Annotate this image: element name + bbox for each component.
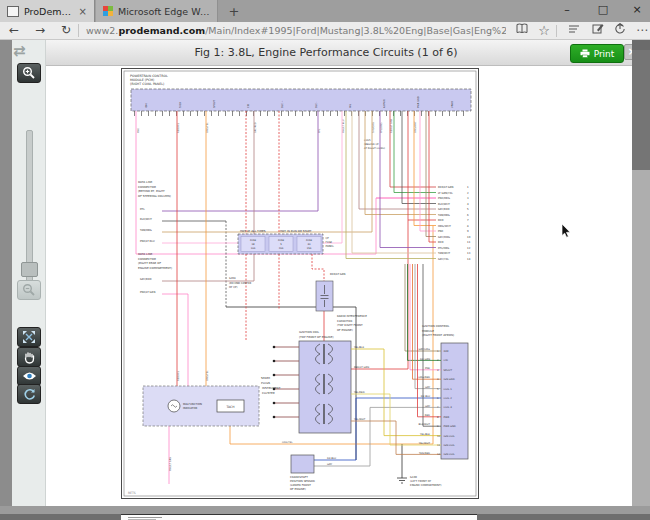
svg-text:6: 6: [467, 214, 469, 217]
svg-text:PNK/LT BLU: PNK/LT BLU: [140, 240, 155, 243]
url-domain: prodemand.com: [118, 25, 205, 36]
svg-text:GRY: GRY: [425, 405, 431, 408]
svg-text:SPOUT: SPOUT: [444, 369, 453, 372]
svg-text:FUSE: FUSE: [326, 241, 333, 244]
wires: [136, 111, 436, 484]
more-options-icon[interactable]: ⋯: [632, 23, 650, 39]
tab-edge-welcome[interactable]: Microsoft Edge Welcome: [96, 0, 218, 22]
svg-text:OF ENGINE): OF ENGINE): [337, 328, 353, 332]
svg-text:ORG/YEL: ORG/YEL: [206, 370, 209, 381]
print-button[interactable]: Print: [570, 44, 624, 63]
eye-icon: [22, 371, 37, 381]
svg-text:IGN COIL: IGN COIL: [444, 453, 456, 456]
svg-text:PNK: PNK: [425, 367, 430, 370]
zoom-out-button[interactable]: [17, 280, 41, 300]
svg-text:COIL 2: COIL 2: [444, 397, 453, 400]
svg-text:8: 8: [467, 225, 469, 228]
window-minimize-button[interactable]: –: [552, 0, 582, 22]
url-prefix: www2.: [86, 25, 118, 36]
svg-text:LT GRN/YEL: LT GRN/YEL: [438, 192, 453, 195]
svg-text:COIL 1: COIL 1: [444, 388, 453, 391]
svg-text:DK GRN: DK GRN: [420, 358, 430, 361]
svg-text:PLUGS: PLUGS: [261, 381, 270, 385]
microsoft-logo-icon: [103, 6, 113, 16]
tab-title: Microsoft Edge Welcome: [118, 6, 210, 17]
new-tab-button[interactable]: +: [224, 3, 244, 21]
svg-text:YEL/BLK: YEL/BLK: [420, 433, 430, 436]
svg-text:7: 7: [437, 406, 439, 409]
svg-text:RED: RED: [425, 414, 430, 417]
forward-button[interactable]: →: [30, 22, 50, 40]
page-scrollbar[interactable]: [632, 40, 650, 506]
svg-text:11: 11: [437, 444, 441, 447]
svg-text:(RIGHT REAR OF: (RIGHT REAR OF: [138, 261, 161, 265]
tab-close-icon[interactable]: ×: [79, 6, 87, 17]
share-icon[interactable]: [610, 23, 630, 39]
svg-text:OF STEERING COLUMN): OF STEERING COLUMN): [138, 194, 171, 198]
svg-text:GRY/RED: GRY/RED: [438, 208, 450, 211]
svg-text:TAN/RED: TAN/RED: [419, 452, 430, 455]
web-note-icon[interactable]: [588, 23, 608, 39]
zoom-in-button[interactable]: [17, 63, 41, 83]
svg-text:RED/LT GRN: RED/LT GRN: [390, 118, 393, 133]
page-footnote: RETS: [128, 491, 136, 495]
svg-text:FUSE: FUSE: [306, 239, 313, 242]
svg-text:SPARK: SPARK: [261, 376, 270, 380]
svg-text:1: 1: [467, 186, 469, 189]
svg-text:DK BLU: DK BLU: [421, 395, 430, 398]
expand-arrows-icon: [22, 330, 36, 344]
scrollbar-thumb[interactable]: [632, 50, 650, 170]
svg-text:(BEHIND I/P: (BEHIND I/P: [364, 143, 379, 146]
pcm-label: (RIGHT COWL PANEL): [130, 82, 164, 86]
svg-text:PNK: PNK: [438, 230, 444, 233]
reset-refresh-button[interactable]: [17, 384, 41, 404]
hub-icon[interactable]: [564, 23, 584, 39]
svg-text:10: 10: [437, 435, 441, 438]
svg-text:CONNECTOR: CONNECTOR: [138, 185, 156, 189]
svg-text:MIL: MIL: [349, 103, 352, 108]
svg-text:CID: CID: [247, 104, 250, 108]
collapse-panel-icon[interactable]: ⇄: [13, 42, 24, 60]
svg-text:BLK/WHT: BLK/WHT: [419, 423, 431, 426]
svg-text:COIL 3: COIL 3: [444, 406, 453, 409]
dlc2-label: DATA LINK CONNECTOR (RIGHT REAR OF ENGIN…: [138, 252, 172, 270]
svg-text:G100: G100: [410, 476, 417, 479]
svg-text:(BEHIND RT, RIGHT: (BEHIND RT, RIGHT: [138, 189, 165, 193]
diagram-page[interactable]: POWERTRAIN CONTROL MODULE (PCM) (RIGHT C…: [121, 68, 479, 499]
svg-text:VPWR: VPWR: [451, 101, 454, 108]
svg-text:PNK/LT BLU: PNK/LT BLU: [342, 119, 345, 133]
svg-text:20A: 20A: [279, 247, 284, 250]
svg-text:TACH: TACH: [179, 101, 182, 108]
svg-text:8: 8: [437, 416, 439, 419]
reading-view-icon[interactable]: [512, 23, 532, 39]
zoom-slider-track[interactable]: [26, 130, 33, 282]
svg-text:(TOP RIGHT FRONT: (TOP RIGHT FRONT: [337, 323, 363, 327]
svg-text:IGN COIL: IGN COIL: [444, 444, 456, 447]
url-field[interactable]: www2.prodemand.com/Main/Index#1995|Ford|…: [86, 22, 506, 40]
window-close-button[interactable]: ×: [622, 0, 650, 22]
svg-text:FUSE: FUSE: [250, 239, 257, 242]
svg-text:GRY/RED: GRY/RED: [254, 122, 257, 133]
svg-text:MODULE: MODULE: [422, 329, 434, 333]
window-maximize-button[interactable]: □: [588, 0, 618, 22]
pan-hand-button[interactable]: [17, 347, 41, 367]
svg-text:18: 18: [251, 243, 255, 246]
svg-text:CID: CID: [444, 359, 448, 362]
svg-text:12: 12: [467, 247, 471, 250]
refresh-button[interactable]: ↻: [56, 22, 76, 40]
svg-text:ORG/WHT: ORG/WHT: [438, 225, 451, 228]
svg-text:TAN/ORG: TAN/ORG: [438, 214, 450, 217]
fit-to-screen-button[interactable]: [17, 327, 41, 347]
hand-icon: [23, 351, 36, 364]
tab-prodemand[interactable]: ProDemand Automotive ×: [0, 0, 95, 22]
zoom-slider-handle[interactable]: [21, 262, 38, 277]
wiring-diagram: POWERTRAIN CONTROL MODULE (PCM) (RIGHT C…: [122, 69, 478, 498]
next-page-edge[interactable]: [121, 514, 477, 520]
svg-text:PPL/ORG: PPL/ORG: [438, 247, 449, 250]
view-eye-button[interactable]: [17, 366, 41, 386]
svg-text:AT RIGHT COWL): AT RIGHT COWL): [364, 147, 385, 150]
favorites-star-icon[interactable]: ☆: [534, 23, 554, 39]
svg-text:GRY/ORG: GRY/ORG: [438, 236, 450, 239]
back-button[interactable]: ←: [4, 22, 24, 40]
magnifier-plus-icon: [22, 66, 36, 80]
